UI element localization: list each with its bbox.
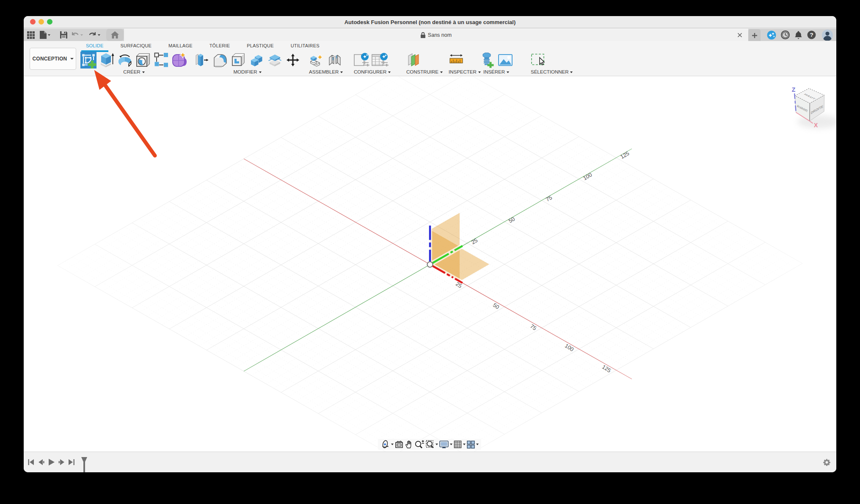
look-at-button[interactable] xyxy=(394,440,404,449)
orbit-icon xyxy=(380,440,390,449)
view-cube-z-label: Z xyxy=(792,86,796,93)
insert-canvas-icon xyxy=(497,52,513,68)
ribbon-tab-maillage[interactable]: MAILLAGE xyxy=(160,41,201,51)
account-avatar-icon[interactable] xyxy=(822,30,833,41)
fillet-button[interactable] xyxy=(212,52,228,68)
go-to-start-icon xyxy=(28,459,34,465)
tool-row xyxy=(480,52,513,68)
look-at-icon xyxy=(394,440,404,449)
origin-point[interactable] xyxy=(427,262,433,267)
shell-button[interactable] xyxy=(231,52,246,68)
joint-button[interactable] xyxy=(327,52,342,68)
insert-canvas-button[interactable] xyxy=(498,52,513,68)
viewport-3d[interactable]: 255075100125255075100125HAUTAVANTDROITEZ… xyxy=(24,77,836,452)
insert-fastener-button[interactable] xyxy=(480,52,495,68)
save-icon xyxy=(60,31,67,38)
grid-and-snaps-button[interactable] xyxy=(453,440,466,449)
workspace-switcher[interactable]: CONCEPTION xyxy=(30,48,76,70)
move-copy-button[interactable] xyxy=(285,52,300,68)
display-settings-button[interactable] xyxy=(439,440,452,449)
group-label: CONSTRUIRE xyxy=(406,69,438,74)
create-sketch-button[interactable] xyxy=(81,52,96,68)
revolve-button[interactable] xyxy=(117,52,132,68)
file-new-icon xyxy=(40,31,47,39)
create-form-button[interactable] xyxy=(172,52,187,68)
hole-button[interactable] xyxy=(135,52,151,68)
group-menu-construire[interactable]: CONSTRUIRE xyxy=(406,69,422,74)
go-to-end-icon xyxy=(69,459,75,465)
ribbon-tab-utilitaires[interactable]: UTILITAIRES xyxy=(282,41,328,51)
redo-button[interactable] xyxy=(88,29,101,41)
undo-button[interactable] xyxy=(71,29,83,41)
timeline-bar xyxy=(24,452,836,472)
new-tab-button[interactable] xyxy=(748,29,761,41)
ribbon-tab-solide[interactable]: SOLIDE xyxy=(77,41,112,51)
extrude-button[interactable] xyxy=(99,52,114,68)
viewports-button[interactable] xyxy=(466,440,479,449)
split-body-button[interactable] xyxy=(267,52,282,68)
press-pull-button[interactable] xyxy=(194,52,209,68)
rectangular-pattern-button[interactable] xyxy=(154,52,169,68)
group-menu-modifier[interactable]: MODIFIER xyxy=(194,69,300,74)
file-new-button[interactable] xyxy=(39,29,51,41)
zoom-button[interactable] xyxy=(414,440,424,449)
timeline-position-marker[interactable] xyxy=(81,457,88,472)
ribbon-tab-strip: SOLIDESURFACIQUEMAILLAGETÔLERIEPLASTIQUE… xyxy=(77,41,328,51)
step-back-icon xyxy=(38,459,44,465)
play-button[interactable] xyxy=(48,459,55,466)
construct-plane-button[interactable] xyxy=(406,52,422,68)
joint-icon xyxy=(327,52,342,68)
zoom-icon xyxy=(414,440,424,449)
pan-button[interactable] xyxy=(405,440,413,449)
chevron-down-icon xyxy=(440,71,443,73)
configuration-button[interactable] xyxy=(354,52,369,68)
home-view-button[interactable] xyxy=(106,29,124,41)
ribbon: CONCEPTION SOLIDESURFACIQUEMAILLAGETÔLER… xyxy=(24,41,836,76)
group-label: ASSEMBLER xyxy=(309,69,339,74)
chevron-down-icon xyxy=(436,444,438,445)
step-forward-button[interactable] xyxy=(58,459,65,465)
tool-group-insérer: INSÉRER xyxy=(480,52,513,76)
group-menu-insérer[interactable]: INSÉRER xyxy=(480,69,513,74)
help-icon[interactable]: ? xyxy=(807,30,816,39)
configuration-table-button[interactable] xyxy=(372,52,387,68)
save-button[interactable] xyxy=(58,29,70,41)
timeline-settings-gear-icon[interactable] xyxy=(823,459,830,468)
go-to-start-button[interactable] xyxy=(28,459,34,465)
document-tab[interactable]: Sans nom xyxy=(124,29,748,41)
step-back-button[interactable] xyxy=(38,459,44,465)
tool-row xyxy=(449,52,464,68)
measure-button[interactable] xyxy=(449,52,464,68)
new-component-button[interactable] xyxy=(309,52,324,68)
fusion-window: Autodesk Fusion Personnel (non destiné à… xyxy=(24,16,836,472)
close-tab-icon[interactable] xyxy=(735,30,744,39)
tool-group-construire: CONSTRUIRE xyxy=(406,52,422,76)
group-menu-créer[interactable]: CRÉER xyxy=(81,69,187,74)
orbit-button[interactable] xyxy=(380,440,394,449)
tool-group-modifier: MODIFIER xyxy=(194,52,300,76)
group-menu-inspecter[interactable]: INSPECTER xyxy=(449,69,464,74)
select-button[interactable] xyxy=(531,52,546,68)
ribbon-tab-tôlerie[interactable]: TÔLERIE xyxy=(201,41,238,51)
view-cube[interactable]: HAUTAVANTDROITEZX xyxy=(792,86,836,129)
group-menu-sélectionner[interactable]: SÉLECTIONNER xyxy=(531,69,546,74)
group-menu-assembler[interactable]: ASSEMBLER xyxy=(309,69,342,74)
app-launcher-button[interactable] xyxy=(25,29,37,41)
grid-and-snaps-icon xyxy=(453,440,462,449)
tool-group-configurer: CONFIGURER xyxy=(354,52,387,76)
combine-button[interactable] xyxy=(249,52,264,68)
fit-button[interactable] xyxy=(425,440,438,449)
tool-group-sélectionner: SÉLECTIONNER xyxy=(531,52,546,76)
y-axis-tick-label: 25 xyxy=(470,237,479,245)
combine-icon xyxy=(249,52,264,68)
extensions-sparkles-icon[interactable] xyxy=(767,30,776,40)
desktop-background: Autodesk Fusion Personnel (non destiné à… xyxy=(0,0,860,504)
fillet-icon xyxy=(212,52,228,68)
group-menu-configurer[interactable]: CONFIGURER xyxy=(354,69,387,74)
viewports-icon xyxy=(466,440,475,449)
ribbon-tab-surfacique[interactable]: SURFACIQUE xyxy=(112,41,160,51)
notifications-bell-icon[interactable] xyxy=(794,31,802,39)
go-to-end-button[interactable] xyxy=(69,459,75,465)
job-status-clock-icon[interactable] xyxy=(781,30,790,39)
ribbon-tab-plastique[interactable]: PLASTIQUE xyxy=(238,41,282,51)
